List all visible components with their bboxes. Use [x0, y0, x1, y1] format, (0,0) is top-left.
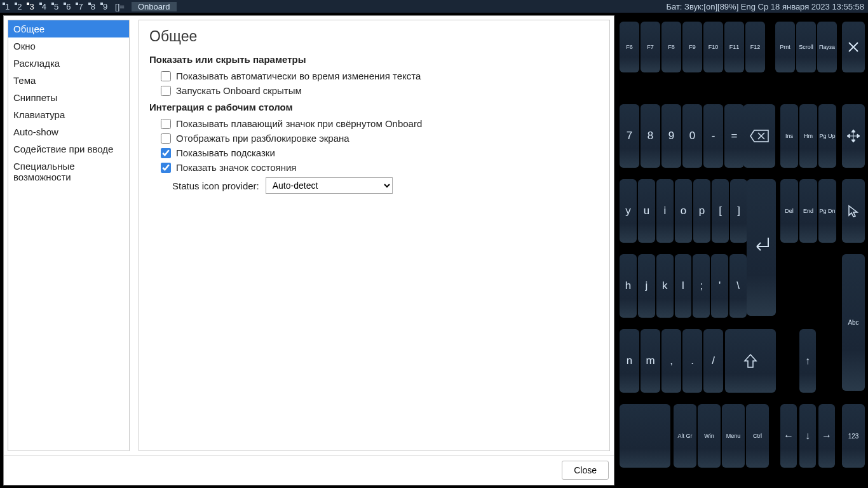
- key-F11[interactable]: F11: [724, 22, 744, 72]
- key-[interactable]: Пауза: [817, 22, 837, 72]
- key-Scroll[interactable]: Scroll: [796, 22, 816, 72]
- key-AltGr[interactable]: Alt Gr: [674, 404, 696, 468]
- key-7[interactable]: 7: [620, 104, 639, 168]
- checkbox-floating-icon[interactable]: Показывать плавающий значок при свёрнуто…: [149, 116, 599, 131]
- checkbox-unlock-screen-input[interactable]: [161, 133, 171, 144]
- checkbox-floating-icon-input[interactable]: [161, 119, 171, 129]
- modifier-row: Alt GrWinMenuCtrl: [674, 404, 769, 468]
- key-k[interactable]: k: [656, 254, 674, 318]
- key-[interactable]: ;: [693, 254, 710, 318]
- arrow-left-key[interactable]: ←: [780, 404, 797, 468]
- checkbox-tooltips[interactable]: Показывать подсказки: [149, 146, 599, 160]
- move-icon[interactable]: [842, 104, 865, 168]
- key-i[interactable]: i: [656, 179, 674, 243]
- key-Del[interactable]: Del: [780, 179, 798, 243]
- key-F12[interactable]: F12: [745, 22, 765, 72]
- sidebar-item-0[interactable]: Общее: [8, 20, 129, 37]
- shift-key[interactable]: [725, 329, 776, 393]
- key-h[interactable]: h: [620, 254, 637, 318]
- key-F10[interactable]: F10: [703, 22, 723, 72]
- key-o[interactable]: o: [675, 179, 692, 243]
- key-u[interactable]: u: [638, 179, 655, 243]
- key-F7[interactable]: F7: [641, 22, 660, 72]
- key-[interactable]: -: [703, 104, 723, 168]
- key-[interactable]: ]: [730, 179, 747, 243]
- cursor-icon[interactable]: [842, 179, 865, 243]
- key-[interactable]: ,: [661, 329, 681, 393]
- key-End[interactable]: End: [799, 179, 817, 243]
- sidebar-item-4[interactable]: Сниппеты: [8, 89, 129, 106]
- key-Menu[interactable]: Menu: [722, 404, 745, 468]
- checkbox-label: Показать значок состояния: [176, 162, 296, 173]
- key-F9[interactable]: F9: [682, 22, 702, 72]
- spacebar[interactable]: [620, 404, 670, 468]
- checkbox-status-icon[interactable]: Показать значок состояния: [149, 160, 599, 175]
- status-provider-select[interactable]: Auto-detect: [266, 177, 393, 194]
- numeric-key[interactable]: 123: [842, 404, 865, 468]
- key-[interactable]: /: [703, 329, 723, 393]
- key-[interactable]: ': [711, 254, 728, 318]
- backspace-key[interactable]: [743, 104, 775, 168]
- key-n[interactable]: n: [620, 329, 639, 393]
- section-show-hide: Показать или скрыть параметры: [149, 54, 599, 65]
- status-provider-label: Status icon provider:: [172, 180, 259, 191]
- checkbox-start-hidden[interactable]: Запускать Onboard скрытым: [149, 83, 599, 98]
- checkbox-auto-show[interactable]: Показывать автоматически во время измене…: [149, 69, 599, 83]
- key-[interactable]: [: [712, 179, 729, 243]
- sidebar-item-1[interactable]: Окно: [8, 37, 129, 55]
- sidebar-item-6[interactable]: Auto-show: [8, 123, 129, 140]
- arrow-right-key[interactable]: →: [818, 404, 835, 468]
- key-y[interactable]: y: [620, 179, 637, 243]
- nav2: DelEndPg Dn: [780, 179, 836, 243]
- key-PgUp[interactable]: Pg Up: [818, 104, 836, 168]
- checkbox-label: Показывать автоматически во время измене…: [176, 71, 421, 81]
- close-keyboard-icon[interactable]: [842, 22, 865, 72]
- key-Win[interactable]: Win: [698, 404, 721, 468]
- workspace-1[interactable]: 1: [1, 2, 13, 11]
- key-[interactable]: .: [682, 329, 702, 393]
- enter-key[interactable]: [747, 179, 776, 316]
- key-9[interactable]: 9: [661, 104, 681, 168]
- close-button[interactable]: Close: [562, 461, 609, 480]
- key-Hm[interactable]: Hm: [799, 104, 817, 168]
- arrow-down-key[interactable]: ↓: [799, 404, 816, 468]
- workspace-2[interactable]: 2: [13, 2, 25, 11]
- arrow-up-key[interactable]: ↑: [799, 329, 816, 393]
- key-l[interactable]: l: [675, 254, 692, 318]
- sidebar-item-2[interactable]: Раскладка: [8, 55, 129, 72]
- workspace-8[interactable]: 8: [87, 2, 99, 11]
- abc-key[interactable]: Abc: [842, 254, 865, 391]
- key-Ctrl[interactable]: Ctrl: [746, 404, 769, 468]
- sidebar-item-5[interactable]: Клавиатура: [8, 106, 129, 123]
- checkbox-auto-show-input[interactable]: [161, 71, 171, 81]
- key-F8[interactable]: F8: [661, 22, 681, 72]
- sidebar-item-3[interactable]: Тема: [8, 72, 129, 89]
- sidebar-item-8[interactable]: Специальные возможности: [8, 158, 129, 186]
- nav1: InsHmPg Up: [780, 104, 836, 168]
- key-p[interactable]: p: [693, 179, 710, 243]
- workspace-6[interactable]: 6: [62, 2, 74, 11]
- status-provider-row: Status icon provider: Auto-detect: [149, 175, 599, 196]
- section-desktop-integration: Интеграция с рабочим столом: [149, 102, 599, 112]
- key-PgDn[interactable]: Pg Dn: [818, 179, 836, 243]
- key-j[interactable]: j: [638, 254, 655, 318]
- sidebar-item-7[interactable]: Содействие при вводе: [8, 140, 129, 158]
- key-[interactable]: =: [724, 104, 744, 168]
- workspace-7[interactable]: 7: [74, 2, 86, 11]
- workspace-5[interactable]: 5: [50, 2, 62, 11]
- checkbox-start-hidden-input[interactable]: [161, 86, 171, 96]
- checkbox-unlock-screen[interactable]: Отображать при разблокировке экрана: [149, 131, 599, 146]
- key-[interactable]: \: [729, 254, 747, 318]
- checkbox-status-icon-input[interactable]: [161, 163, 171, 173]
- taskbar-app-title[interactable]: Onboard: [132, 2, 177, 11]
- key-F6[interactable]: F6: [620, 22, 639, 72]
- key-0[interactable]: 0: [682, 104, 702, 168]
- key-8[interactable]: 8: [641, 104, 660, 168]
- workspace-9[interactable]: 9: [99, 2, 111, 11]
- workspace-4[interactable]: 4: [38, 2, 50, 11]
- key-m[interactable]: m: [641, 329, 660, 393]
- key-Ins[interactable]: Ins: [780, 104, 798, 168]
- checkbox-tooltips-input[interactable]: [161, 148, 171, 158]
- key-Prnt[interactable]: Prnt: [775, 22, 795, 72]
- workspace-3[interactable]: 3: [25, 2, 37, 11]
